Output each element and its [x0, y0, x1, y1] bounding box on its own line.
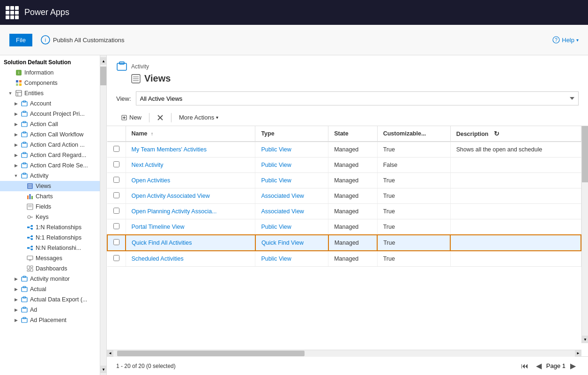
sidebar-item-account[interactable]: ▶ Account	[0, 98, 100, 109]
table-vscroll-thumb[interactable]	[582, 126, 588, 182]
content-area: Activity Views View: All Active Views My…	[107, 55, 588, 375]
views-icon	[26, 182, 34, 190]
table-row: Open ActivitiesPublic ViewManagedTrue	[107, 173, 581, 188]
waffle-icon[interactable]	[6, 6, 19, 19]
sub-header: File i Publish All Customizations ? Help…	[0, 25, 588, 55]
sidebar-item-ad-placement[interactable]: ▶ Ad Placement	[0, 315, 100, 325]
svg-rect-61	[30, 269, 33, 271]
view-dropdown[interactable]: All Active Views My Active Views Inactiv…	[136, 91, 579, 105]
sidebar-item-actual-data-export[interactable]: ▶ Actual Data Export (...	[0, 294, 100, 305]
row-name[interactable]: My Team Members' Activities	[126, 142, 255, 158]
svg-rect-7	[19, 80, 22, 82]
row-name[interactable]: Quick Find All Activities	[126, 235, 255, 251]
sidebar-item-action-card-action[interactable]: ▶ Action Card Action ...	[0, 140, 100, 150]
row-name[interactable]: Open Planning Activity Associa...	[126, 204, 255, 219]
svg-point-42	[27, 226, 29, 228]
help-icon: ?	[552, 36, 560, 44]
expand-icon	[19, 225, 24, 230]
row-checkbox[interactable]	[113, 146, 119, 152]
row-checkbox[interactable]	[113, 208, 119, 214]
sidebar-item-charts[interactable]: Charts	[0, 191, 100, 202]
hscroll-right-btn[interactable]: ►	[575, 350, 581, 357]
view-label: View:	[116, 95, 131, 102]
svg-rect-59	[27, 266, 30, 269]
prev-page-button[interactable]: ◀	[533, 360, 544, 371]
sidebar-item-label: Account Project Pri...	[30, 111, 85, 117]
row-checkbox[interactable]	[113, 192, 119, 198]
svg-point-53	[31, 246, 33, 248]
sidebar-item-nn-rel[interactable]: N:N Relationshi...	[0, 243, 100, 253]
next-page-button[interactable]: ▶	[567, 360, 579, 371]
row-name[interactable]: Portal Timeline View	[126, 219, 255, 235]
toolbar: New More Actions ▾	[107, 109, 588, 126]
row-name[interactable]: Open Activities	[126, 173, 255, 188]
sidebar-item-activity-monitor[interactable]: ▶ Activity monitor	[0, 274, 100, 284]
sidebar-item-views[interactable]: Views	[0, 181, 100, 191]
sidebar-item-n1-rel[interactable]: N:1 Relationships	[0, 232, 100, 243]
refresh-icon[interactable]: ↻	[494, 130, 499, 137]
sidebar-item-actual[interactable]: ▶ Actual	[0, 284, 100, 294]
sidebar-item-1n-rel[interactable]: 1:N Relationships	[0, 222, 100, 232]
expand-icon: ▶	[13, 121, 19, 127]
row-name[interactable]: Scheduled Activities	[126, 251, 255, 267]
row-state: Managed	[328, 188, 377, 204]
row-checkbox[interactable]	[113, 223, 119, 229]
sidebar-item-account-project[interactable]: ▶ Account Project Pri...	[0, 109, 100, 119]
scroll-down-btn[interactable]: ▼	[582, 336, 588, 343]
hscroll-area: ◄ ►	[107, 350, 581, 356]
hscroll-left-btn[interactable]: ◄	[107, 350, 113, 357]
page-label: Page 1	[546, 362, 566, 369]
sidebar-item-activity[interactable]: ▼ Activity	[0, 171, 100, 181]
sidebar-item-action-card-role[interactable]: ▶ Action Card Role Se...	[0, 160, 100, 171]
sidebar-item-information[interactable]: i Information	[0, 68, 100, 78]
row-customizable: True	[377, 219, 450, 235]
row-checkbox[interactable]	[113, 177, 119, 183]
first-page-button[interactable]: ⏮	[518, 361, 531, 371]
row-name[interactable]: Open Activity Associated View	[126, 188, 255, 204]
row-state: Managed	[328, 173, 377, 188]
publish-button[interactable]: i Publish All Customizations	[41, 35, 124, 45]
col-name[interactable]: Name ↑	[126, 126, 255, 142]
expand-icon: ▶	[13, 286, 19, 292]
more-actions-button[interactable]: More Actions ▾	[174, 112, 223, 123]
expand-icon: ▶	[13, 317, 19, 323]
sidebar-item-action-call-workflow[interactable]: ▶ Action Call Workflow	[0, 129, 100, 140]
sidebar-item-label: Actual	[30, 286, 46, 292]
new-button[interactable]: New	[116, 112, 146, 123]
row-checkbox-cell	[107, 158, 126, 173]
row-checkbox[interactable]	[113, 161, 119, 167]
svg-text:i: i	[18, 70, 19, 75]
row-checkbox[interactable]	[113, 255, 119, 261]
row-state: Managed	[328, 204, 377, 219]
row-description	[450, 219, 581, 235]
sidebar-item-keys[interactable]: Keys	[0, 212, 100, 222]
help-button[interactable]: ? Help ▾	[552, 36, 579, 44]
delete-icon	[157, 114, 164, 121]
sidebar-item-components[interactable]: Components	[0, 78, 100, 88]
sidebar-scroll-down[interactable]: ▼	[100, 366, 107, 373]
sidebar-item-action-call[interactable]: ▶ Action Call	[0, 119, 100, 129]
sidebar-item-entities[interactable]: ▼ Entities	[0, 88, 100, 98]
svg-rect-62	[27, 270, 30, 271]
page-title: Views	[144, 73, 171, 84]
sidebar-item-label: Activity	[30, 172, 49, 179]
sidebar-scroll-up[interactable]: ▲	[100, 57, 107, 65]
sidebar-item-action-card-regard[interactable]: ▶ Action Card Regard...	[0, 150, 100, 160]
sidebar-item-fields[interactable]: Fields	[0, 202, 100, 212]
col-checkbox	[107, 126, 126, 142]
breadcrumb-area: Activity Views	[107, 55, 588, 88]
table-vscroll[interactable]: ▼	[581, 126, 588, 343]
row-name[interactable]: Next Activity	[126, 158, 255, 173]
row-checkbox[interactable]	[113, 239, 119, 245]
expand-icon	[19, 255, 24, 261]
sidebar-item-label: Messages	[36, 255, 62, 262]
svg-rect-10	[16, 90, 22, 96]
sidebar-item-messages[interactable]: Messages	[0, 253, 100, 263]
delete-button[interactable]	[152, 112, 168, 123]
entity-icon	[21, 151, 28, 159]
sidebar-item-ad[interactable]: ▶ Ad	[0, 305, 100, 315]
svg-line-56	[29, 248, 31, 249]
hscroll-thumb[interactable]	[117, 351, 305, 356]
file-button[interactable]: File	[9, 34, 32, 46]
sidebar-item-dashboards[interactable]: Dashboards	[0, 263, 100, 274]
